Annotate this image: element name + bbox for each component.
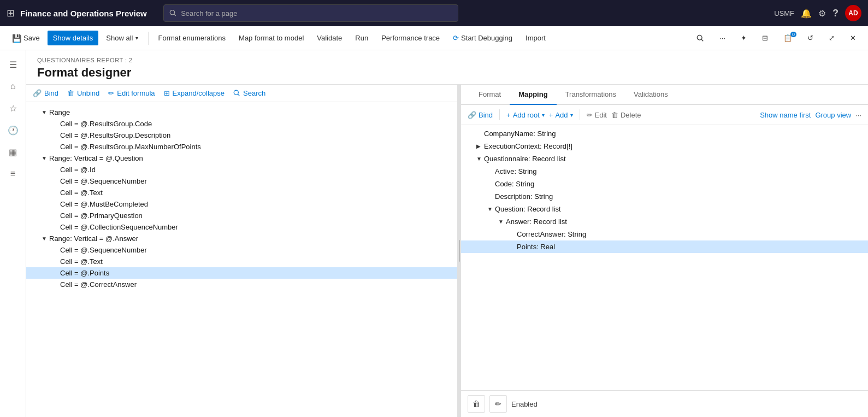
- show-details-button[interactable]: Show details: [48, 31, 99, 45]
- add-root-chevron-icon: ▾: [542, 112, 545, 118]
- tab-validations[interactable]: Validations: [625, 85, 677, 105]
- tree-item[interactable]: Cell = @.PrimaryQuestion: [26, 210, 457, 221]
- search-toolbar-icon: [696, 34, 704, 42]
- sidebar-icon-home[interactable]: ⌂: [3, 77, 23, 96]
- tree-item[interactable]: Cell = @.Id: [26, 164, 457, 175]
- tree-item[interactable]: Cell = @.Text: [26, 256, 457, 267]
- add-plus-icon: +: [549, 111, 553, 119]
- maximize-button[interactable]: ⤢: [823, 31, 840, 45]
- group-view-button[interactable]: Group view: [815, 111, 851, 119]
- mapping-item[interactable]: ▶ ExecutionContext: Record[!]: [461, 140, 868, 152]
- search-input[interactable]: [181, 9, 452, 17]
- tree-item-label: Range: [49, 108, 70, 116]
- save-icon: 💾: [12, 34, 21, 43]
- close-button[interactable]: ✕: [845, 31, 861, 45]
- tab-transformations[interactable]: Transformations: [557, 85, 625, 105]
- breadcrumb: QUESTIONNAIRES REPORT : 2: [37, 57, 857, 63]
- map-format-to-model-button[interactable]: Map format to model: [233, 31, 309, 45]
- page-title: Format designer: [37, 66, 857, 80]
- save-button[interactable]: 💾 Save: [7, 31, 45, 46]
- sidebar-icon-modules[interactable]: ≡: [3, 164, 23, 184]
- show-all-button[interactable]: Show all ▾: [101, 31, 143, 45]
- run-button[interactable]: Run: [350, 31, 374, 45]
- footer-delete-icon: 🗑: [473, 400, 480, 408]
- mapping-delete-button[interactable]: 🗑 Delete: [611, 111, 641, 119]
- mapping-item[interactable]: ▼ Answer: Record list: [461, 215, 868, 228]
- mapping-item[interactable]: Active: String: [461, 165, 868, 178]
- tree-item[interactable]: Cell = @.CollectionSequenceNumber: [26, 221, 457, 233]
- add-root-button[interactable]: + Add root ▾: [506, 111, 545, 119]
- sidebar-icon-favorites[interactable]: ☆: [3, 98, 23, 118]
- mapping-toolbar: 🔗 Bind + Add root ▾ + Add ▾: [461, 105, 868, 125]
- tree-item[interactable]: Cell = @.ResultsGroup.MaxNumberOfPoints: [26, 141, 457, 152]
- tab-format[interactable]: Format: [470, 85, 510, 105]
- mapping-item[interactable]: CorrectAnswer: String: [461, 228, 868, 240]
- tree-item[interactable]: Cell = @.Points: [26, 267, 457, 279]
- mapping-edit-button[interactable]: ✏ Edit: [587, 111, 607, 119]
- mapping-item[interactable]: Points: Real: [461, 240, 868, 253]
- mapping-item[interactable]: Code: String: [461, 178, 868, 190]
- tree-item[interactable]: Cell = @.SequenceNumber: [26, 244, 457, 256]
- add-button[interactable]: + Add ▾: [549, 111, 573, 119]
- splitter-handle: [459, 240, 460, 262]
- search-button[interactable]: [691, 31, 710, 45]
- global-search[interactable]: [163, 4, 458, 22]
- tab-mapping[interactable]: Mapping: [510, 85, 556, 105]
- mapping-item-label: CompanyName: String: [484, 130, 556, 138]
- tree-item-label: Cell = @.ResultsGroup.MaxNumberOfPoints: [60, 143, 201, 151]
- tree-item[interactable]: ▼ Range: Vertical = @.Answer: [26, 233, 457, 244]
- page-header: QUESTIONNAIRES REPORT : 2 Format designe…: [26, 50, 868, 85]
- svg-point-4: [234, 90, 238, 95]
- mapping-bind-button[interactable]: 🔗 Bind: [468, 111, 493, 119]
- footer-edit-button[interactable]: ✏: [489, 395, 507, 413]
- footer-delete-button[interactable]: 🗑: [468, 395, 485, 413]
- performance-trace-button[interactable]: Performance trace: [376, 31, 445, 45]
- settings-icon[interactable]: ⚙: [818, 8, 826, 19]
- tree-item[interactable]: ▼ Range: [26, 107, 457, 118]
- bind-button[interactable]: 🔗 Bind: [33, 89, 58, 97]
- tree-item[interactable]: ▼ Range: Vertical = @.Question: [26, 152, 457, 164]
- start-debugging-button[interactable]: ⟳ Start Debugging: [447, 31, 518, 45]
- user-avatar[interactable]: AD: [845, 5, 861, 21]
- mapping-item[interactable]: ▼ Questionnaire: Record list: [461, 152, 868, 165]
- tree-item-label: Cell = @.Text: [60, 257, 103, 266]
- tree-item-label: Cell = @.SequenceNumber: [60, 177, 147, 185]
- tree-item[interactable]: Cell = @.MustBeCompleted: [26, 198, 457, 210]
- tree-arrow-icon: ▼: [42, 109, 49, 115]
- sidebar-icon-workspaces[interactable]: ▦: [3, 142, 23, 162]
- expand-collapse-button[interactable]: ⊞ Expand/collapse: [164, 89, 225, 97]
- edit-formula-button[interactable]: ✏ Edit formula: [108, 89, 155, 97]
- separator-1: [148, 32, 149, 45]
- validate-button[interactable]: Validate: [311, 31, 347, 45]
- mapping-more-button[interactable]: ···: [855, 111, 861, 119]
- search-format-icon: [233, 90, 240, 97]
- mapping-item[interactable]: CompanyName: String: [461, 127, 868, 140]
- mapping-arrow-icon: ▶: [476, 143, 484, 149]
- unbind-button[interactable]: 🗑 Unbind: [67, 89, 99, 97]
- more-options-button[interactable]: ···: [714, 31, 731, 45]
- mapping-arrow-icon: ▼: [487, 206, 495, 212]
- help-icon[interactable]: ?: [832, 8, 839, 19]
- sidebar-icon-recent[interactable]: 🕐: [3, 120, 23, 140]
- topbar: ⊞ Finance and Operations Preview USMF 🔔 …: [0, 0, 868, 26]
- tree-item[interactable]: Cell = @.ResultsGroup.Code: [26, 118, 457, 130]
- tree-item[interactable]: Cell = @.SequenceNumber: [26, 175, 457, 187]
- customize-button[interactable]: ✦: [735, 31, 752, 45]
- search-format-button[interactable]: Search: [233, 89, 265, 97]
- tree-item[interactable]: Cell = @.Text: [26, 187, 457, 198]
- mapping-item[interactable]: Description: String: [461, 190, 868, 203]
- refresh-button[interactable]: ↺: [802, 31, 819, 45]
- import-button[interactable]: Import: [520, 31, 551, 45]
- panel-button[interactable]: ⊟: [757, 31, 773, 45]
- mapping-item[interactable]: ▼ Question: Record list: [461, 203, 868, 215]
- notification-icon[interactable]: 🔔: [801, 8, 812, 19]
- tree-item[interactable]: Cell = @.CorrectAnswer: [26, 279, 457, 290]
- notification-badge-button[interactable]: 📋 0: [778, 31, 798, 45]
- mapping-arrow-icon: ▼: [476, 156, 484, 162]
- tree-arrow-icon: ▼: [42, 155, 49, 161]
- tree-item[interactable]: Cell = @.ResultsGroup.Description: [26, 130, 457, 141]
- sidebar-icon-menu[interactable]: ☰: [3, 55, 23, 74]
- grid-icon[interactable]: ⊞: [7, 7, 15, 19]
- show-name-first-button[interactable]: Show name first: [760, 111, 811, 119]
- format-enumerations-button[interactable]: Format enumerations: [153, 31, 232, 45]
